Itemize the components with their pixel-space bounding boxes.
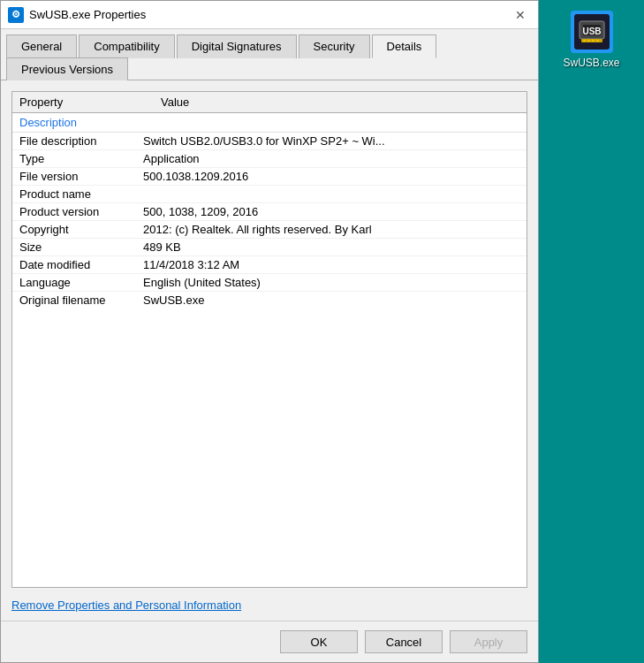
prop-name-2: File version xyxy=(19,170,143,183)
swusb-icon-image: USB xyxy=(571,11,613,53)
apply-button[interactable]: Apply xyxy=(450,630,527,653)
prop-name-0: File description xyxy=(19,134,143,148)
properties-table: Property Value Description File descript… xyxy=(11,91,527,588)
tab-previous-versions[interactable]: Previous Versions xyxy=(6,57,128,80)
prop-name-7: Date modified xyxy=(19,258,143,271)
table-row: Product name xyxy=(12,186,527,203)
prop-name-3: Product name xyxy=(19,187,143,201)
table-row: Copyright 2012: (c) Realtek. All rights … xyxy=(12,221,527,239)
remove-properties-link[interactable]: Remove Properties and Personal Informati… xyxy=(11,598,241,612)
prop-value-9: SwUSB.exe xyxy=(143,293,204,307)
table-row: Original filename SwUSB.exe xyxy=(12,292,527,309)
prop-value-6: 489 KB xyxy=(143,240,181,254)
title-bar: ⚙ SwUSB.exe Properties ✕ xyxy=(1,1,538,29)
prop-name-9: Original filename xyxy=(19,293,143,307)
tab-digital-signatures[interactable]: Digital Signatures xyxy=(177,34,297,58)
svg-rect-8 xyxy=(596,40,599,42)
link-row: Remove Properties and Personal Informati… xyxy=(11,597,527,613)
table-row: Date modified 11/4/2018 3:12 AM xyxy=(12,256,527,274)
tab-general[interactable]: General xyxy=(6,34,77,58)
prop-name-5: Copyright xyxy=(19,223,143,236)
prop-name-1: Type xyxy=(19,152,143,165)
tab-details[interactable]: Details xyxy=(372,34,437,58)
table-row: Language English (United States) xyxy=(12,274,527,292)
desktop-icon-label: SwUSB.exe xyxy=(563,57,619,69)
tab-security[interactable]: Security xyxy=(299,34,370,58)
col-value-header: Value xyxy=(161,95,189,109)
content-area: Property Value Description File descript… xyxy=(1,80,538,621)
properties-dialog: ⚙ SwUSB.exe Properties ✕ General Compati… xyxy=(0,0,539,663)
section-description: Description xyxy=(12,113,527,133)
prop-value-4: 500, 1038, 1209, 2016 xyxy=(143,205,258,218)
desktop-icon-swusb[interactable]: USB SwUSB.exe xyxy=(559,7,623,72)
table-row: Product version 500, 1038, 1209, 2016 xyxy=(12,203,527,221)
window-icon: ⚙ xyxy=(8,7,24,23)
prop-value-0: Switch USB2.0/USB3.0 for WinXP SP2+ ~ Wi… xyxy=(143,134,385,148)
tabs-container: General Compatibility Digital Signatures… xyxy=(1,29,538,80)
prop-value-7: 11/4/2018 3:12 AM xyxy=(143,258,239,271)
table-row: Type Application xyxy=(12,150,527,168)
ok-button[interactable]: OK xyxy=(280,630,358,653)
prop-value-8: English (United States) xyxy=(143,276,261,289)
prop-name-6: Size xyxy=(19,240,143,254)
desktop-area: USB SwUSB.exe xyxy=(539,0,644,663)
svg-rect-6 xyxy=(587,40,590,42)
usb-svg-icon: USB xyxy=(574,14,610,50)
tab-compatibility[interactable]: Compatibility xyxy=(79,34,174,58)
col-property-header: Property xyxy=(19,95,143,109)
table-row: File description Switch USB2.0/USB3.0 fo… xyxy=(12,133,527,150)
prop-value-1: Application xyxy=(143,152,200,165)
prop-name-4: Product version xyxy=(19,205,143,218)
close-button[interactable]: ✕ xyxy=(510,6,531,24)
svg-rect-5 xyxy=(583,40,586,42)
table-header: Property Value xyxy=(12,92,527,113)
table-row: Size 489 KB xyxy=(12,239,527,256)
cancel-button[interactable]: Cancel xyxy=(365,630,443,653)
svg-rect-7 xyxy=(592,40,595,42)
prop-name-8: Language xyxy=(19,276,143,289)
prop-value-2: 500.1038.1209.2016 xyxy=(143,170,248,183)
button-row: OK Cancel Apply xyxy=(1,621,538,662)
table-row: File version 500.1038.1209.2016 xyxy=(12,168,527,186)
svg-text:USB: USB xyxy=(582,27,601,36)
window-title: SwUSB.exe Properties xyxy=(29,8,510,21)
prop-value-5: 2012: (c) Realtek. All rights reserved. … xyxy=(143,223,372,236)
